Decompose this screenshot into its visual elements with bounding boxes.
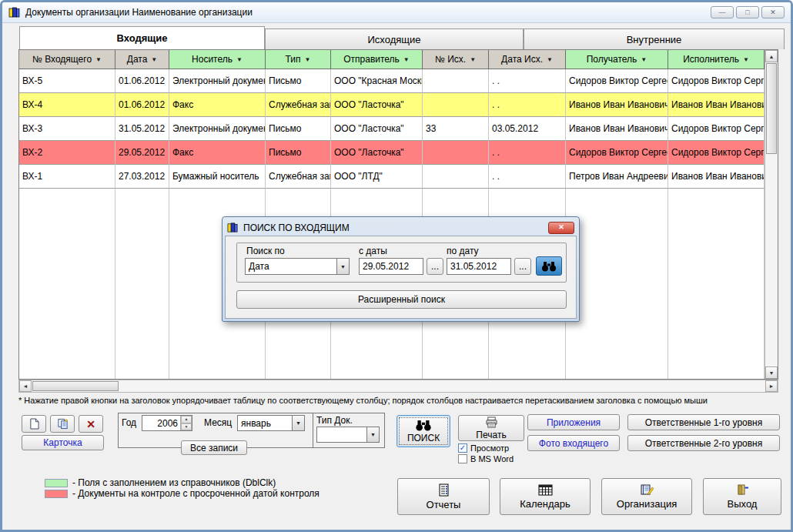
dialog-body: Поиск по с даты по дату Дата ▼ 29.05.201… bbox=[225, 236, 577, 319]
horizontal-scrollbar[interactable]: ◄ ► bbox=[18, 380, 778, 393]
minimize-button[interactable]: — bbox=[711, 6, 734, 18]
search-button[interactable]: ПОИСК bbox=[396, 415, 450, 447]
cell: Служебная зап bbox=[266, 93, 331, 117]
cell: Иванов Иван Иванович bbox=[668, 165, 765, 189]
to-date-browse-button[interactable]: ... bbox=[514, 258, 531, 275]
table-row[interactable]: ВХ-401.06.2012ФаксСлужебная запООО "Ласт… bbox=[19, 93, 778, 117]
all-records-button[interactable]: Все записи bbox=[181, 440, 247, 455]
table-row[interactable]: ВХ-229.05.2012ФаксПисьмоООО "Ласточка". … bbox=[19, 141, 778, 165]
vertical-scrollbar[interactable]: ▲ ▼ bbox=[765, 50, 778, 379]
cell: . . bbox=[489, 69, 566, 93]
chevron-down-icon[interactable]: ▼ bbox=[366, 427, 380, 443]
cell: 29.05.2012 bbox=[115, 141, 169, 165]
column-header[interactable]: № Входящего▼ bbox=[19, 50, 115, 69]
year-label: Год bbox=[122, 417, 136, 428]
cell: Иванов Иван Иванович bbox=[668, 93, 765, 117]
app-window: Документы организации Наименование орган… bbox=[0, 0, 793, 532]
responsible-level1-button[interactable]: Ответственные 1-го уровня bbox=[627, 414, 780, 430]
calendar-button[interactable]: Календарь bbox=[500, 478, 591, 515]
tab-incoming[interactable]: Входящие bbox=[19, 26, 265, 49]
tab-internal[interactable]: Внутренние bbox=[524, 28, 785, 49]
column-label: Носитель bbox=[192, 54, 233, 65]
cell bbox=[423, 69, 489, 93]
column-header[interactable]: Отправитель▼ bbox=[331, 50, 423, 69]
scroll-up-icon[interactable]: ▲ bbox=[765, 50, 778, 62]
cell: 01.06.2012 bbox=[115, 69, 169, 93]
scroll-right-icon[interactable]: ► bbox=[765, 380, 778, 392]
print-button[interactable]: Печать bbox=[458, 415, 524, 441]
doc-type-select[interactable]: ▼ bbox=[316, 427, 380, 443]
table-row[interactable]: ВХ-331.05.2012Электронный документПисьмо… bbox=[19, 117, 778, 141]
cell: ВХ-2 bbox=[19, 141, 115, 165]
cell: Факс bbox=[169, 93, 266, 117]
msword-checkbox-label: В MS Word bbox=[470, 454, 514, 463]
copy-icon bbox=[57, 418, 69, 430]
filter-arrow-icon: ▼ bbox=[305, 56, 311, 63]
column-header[interactable]: № Исх.▼ bbox=[423, 50, 489, 69]
reports-button[interactable]: Отчеты bbox=[397, 478, 490, 515]
table-row[interactable]: ВХ-127.03.2012Бумажный носительСлужебная… bbox=[19, 165, 778, 189]
from-date-input[interactable]: 29.05.2012 bbox=[359, 258, 423, 275]
column-header[interactable]: Дата▼ bbox=[115, 50, 169, 69]
scroll-down-icon[interactable]: ▼ bbox=[765, 366, 778, 379]
month-select[interactable]: январь ▼ bbox=[237, 415, 305, 431]
month-value: январь bbox=[237, 415, 292, 431]
cell: Служебная зап bbox=[266, 165, 331, 189]
calendar-button-label: Календарь bbox=[520, 498, 570, 510]
grid-filler-column bbox=[566, 189, 668, 379]
search-criteria-group: Поиск по с даты по дату Дата ▼ 29.05.201… bbox=[236, 243, 567, 283]
spin-up-icon[interactable]: ▲ bbox=[181, 416, 192, 423]
column-header[interactable]: Исполнитель▼ bbox=[668, 50, 765, 69]
legend-row-green: - Поля с заполнением из справочников (Db… bbox=[45, 477, 320, 488]
cell: Сидоров Виктор Сергеевич bbox=[566, 69, 668, 93]
preview-checkbox[interactable]: ✓ Просмотр bbox=[458, 443, 509, 453]
run-search-button[interactable] bbox=[536, 256, 562, 276]
column-label: Дата Исх. bbox=[501, 54, 543, 65]
color-legend: - Поля с заполнением из справочников (Db… bbox=[45, 477, 320, 499]
scroll-left-icon[interactable]: ◄ bbox=[19, 380, 32, 392]
exit-button-label: Выход bbox=[728, 498, 758, 510]
close-button[interactable]: ✕ bbox=[761, 6, 785, 18]
column-header[interactable]: Тип▼ bbox=[266, 50, 331, 69]
new-document-button[interactable] bbox=[22, 415, 46, 433]
new-document-icon bbox=[29, 418, 39, 430]
search-by-select[interactable]: Дата ▼ bbox=[245, 258, 350, 275]
chevron-down-icon[interactable]: ▼ bbox=[336, 258, 350, 275]
maximize-button[interactable]: □ bbox=[736, 6, 759, 18]
chevron-down-icon[interactable]: ▼ bbox=[292, 415, 305, 431]
copy-document-button[interactable] bbox=[50, 415, 75, 433]
msword-checkbox[interactable]: В MS Word bbox=[458, 454, 514, 463]
from-date-label: с даты bbox=[359, 246, 387, 256]
exit-button[interactable]: Выход bbox=[703, 478, 781, 515]
legend-red-text: - Документы на контроле с просроченной д… bbox=[72, 488, 320, 499]
cell: Сидоров Виктор Сергеевич bbox=[566, 141, 668, 165]
dialog-close-button[interactable]: ✕ bbox=[548, 222, 574, 234]
spin-down-icon[interactable]: ▼ bbox=[181, 423, 192, 431]
column-header[interactable]: Получатель▼ bbox=[566, 50, 668, 69]
advanced-search-button[interactable]: Расширенный поиск bbox=[236, 290, 567, 309]
delete-document-button[interactable]: ✕ bbox=[79, 415, 103, 433]
attachments-button[interactable]: Приложения bbox=[527, 414, 620, 430]
grid-filler-column bbox=[19, 189, 115, 379]
column-header[interactable]: Носитель▼ bbox=[169, 50, 266, 69]
organization-button[interactable]: Организация bbox=[601, 478, 692, 515]
horizontal-scrollbar-thumb[interactable] bbox=[32, 381, 119, 391]
cell: ООО "Ласточка" bbox=[331, 117, 423, 141]
table-row[interactable]: ВХ-501.06.2012Электронный документПисьмо… bbox=[19, 69, 778, 93]
cell: . . bbox=[489, 165, 566, 189]
from-date-browse-button[interactable]: ... bbox=[427, 258, 443, 275]
vertical-scrollbar-thumb[interactable] bbox=[766, 63, 777, 154]
column-header[interactable]: Дата Исх.▼ bbox=[489, 50, 566, 69]
incoming-photo-button[interactable]: Фото входящего bbox=[527, 435, 620, 451]
cell: Электронный документ bbox=[169, 69, 266, 93]
checkbox-unchecked-icon bbox=[458, 454, 467, 463]
to-date-input[interactable]: 31.05.2012 bbox=[447, 258, 511, 275]
year-stepper[interactable]: 2006 ▲ ▼ bbox=[142, 415, 192, 431]
card-button[interactable]: Карточка bbox=[22, 435, 104, 450]
tab-bar: Входящие Исходящие Внутренние bbox=[19, 26, 785, 49]
tab-outgoing[interactable]: Исходящие bbox=[265, 28, 524, 49]
exit-door-icon bbox=[736, 483, 749, 496]
responsible-level2-button[interactable]: Ответственные 2-го уровня bbox=[627, 435, 780, 451]
cell: Бумажный носитель bbox=[169, 165, 266, 189]
cell: . . bbox=[489, 141, 566, 165]
